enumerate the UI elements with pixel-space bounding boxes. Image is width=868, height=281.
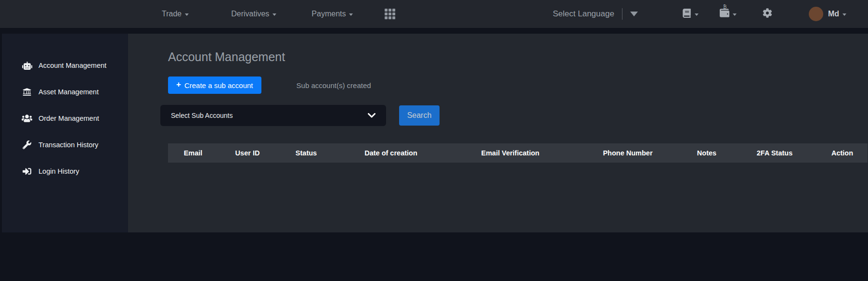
column-header-date-of-creation: Date of creation — [336, 143, 446, 163]
robot-icon — [21, 62, 33, 70]
sign-in-icon — [21, 167, 33, 176]
sidebar-item-label: Login History — [39, 167, 79, 175]
avatar — [809, 7, 823, 21]
wallet-menu[interactable]: ₿ — [720, 8, 737, 20]
nav-payments[interactable]: Payments — [311, 10, 353, 18]
language-dropdown-arrow-icon — [630, 12, 638, 16]
create-row: + Create a sub account Sub account(s) cr… — [168, 77, 868, 94]
plus-icon: + — [176, 80, 181, 89]
username-label: Md — [828, 10, 839, 18]
chevron-down-icon — [368, 113, 376, 118]
column-header-email-verification: Email Verification — [446, 143, 574, 163]
nav-trade-label: Trade — [162, 10, 181, 18]
wallet-icon — [720, 8, 729, 20]
chevron-down-icon — [272, 13, 276, 16]
top-navbar: Trade Derivatives Payments Select Langua… — [0, 0, 868, 28]
sidebar-item-label: Account Management — [39, 62, 106, 69]
column-header-phone-number: Phone Number — [574, 143, 681, 163]
sidebar-item-account-management[interactable]: Account Management — [2, 56, 128, 75]
chevron-down-icon — [733, 13, 737, 16]
table-header-row: Email User ID Status Date of creation Em… — [168, 143, 868, 163]
create-sub-account-label: Create a sub account — [184, 81, 253, 89]
main-panel: Account Management + Create a sub accoun… — [128, 34, 868, 232]
gear-icon — [763, 8, 772, 20]
sidebar-item-order-management[interactable]: Order Management — [2, 109, 128, 128]
page-title: Account Management — [168, 50, 868, 64]
column-header-user-id: User ID — [218, 143, 277, 163]
chevron-down-icon — [185, 13, 189, 16]
bank-icon — [21, 88, 33, 96]
nav-derivatives[interactable]: Derivatives — [231, 10, 276, 18]
search-button[interactable]: Search — [399, 105, 440, 126]
create-sub-account-button[interactable]: + Create a sub account — [168, 77, 261, 94]
navbar-right-cluster: Select Language ₿ Md — [553, 7, 846, 21]
column-header-action: Action — [817, 143, 868, 163]
column-header-2fa-status: 2FA Status — [732, 143, 817, 163]
sidebar-item-label: Asset Management — [39, 88, 99, 96]
book-icon — [682, 9, 691, 20]
sidebar-item-asset-management[interactable]: Asset Management — [2, 82, 128, 102]
sub-accounts-select-value: Select Sub Accounts — [171, 112, 368, 119]
page-body: Account Management Asset Management Orde… — [0, 34, 868, 232]
chevron-down-icon — [349, 13, 353, 16]
sidebar-item-transaction-history[interactable]: Transaction History — [2, 135, 128, 154]
filter-row: Select Sub Accounts Search — [168, 105, 868, 126]
orders-menu[interactable] — [682, 9, 699, 20]
settings-button[interactable] — [763, 8, 772, 20]
sidebar: Account Management Asset Management Orde… — [2, 34, 128, 232]
language-selector-label: Select Language — [553, 9, 614, 19]
main-menu: Trade Derivatives Payments — [0, 10, 353, 18]
sidebar-item-label: Order Management — [39, 115, 99, 122]
vertical-divider — [622, 8, 622, 20]
column-header-status: Status — [277, 143, 336, 163]
wrench-icon — [21, 140, 33, 149]
sub-accounts-table: Email User ID Status Date of creation Em… — [168, 143, 868, 163]
nav-payments-label: Payments — [311, 10, 346, 18]
user-menu[interactable]: Md — [809, 7, 846, 21]
chevron-down-icon — [695, 13, 699, 16]
nav-trade[interactable]: Trade — [162, 10, 189, 18]
sub-accounts-select[interactable]: Select Sub Accounts — [160, 105, 386, 126]
subaccounts-created-note: Sub account(s) created — [297, 81, 371, 89]
users-icon — [21, 114, 33, 123]
apps-grid-icon[interactable] — [385, 9, 395, 19]
column-header-notes: Notes — [681, 143, 732, 163]
language-selector[interactable]: Select Language — [553, 8, 638, 20]
chevron-down-icon — [842, 13, 846, 16]
nav-derivatives-label: Derivatives — [231, 10, 269, 18]
bitcoin-badge: ₿ — [723, 5, 726, 10]
sidebar-item-login-history[interactable]: Login History — [2, 162, 128, 181]
column-header-email: Email — [168, 143, 218, 163]
sidebar-item-label: Transaction History — [39, 141, 98, 149]
